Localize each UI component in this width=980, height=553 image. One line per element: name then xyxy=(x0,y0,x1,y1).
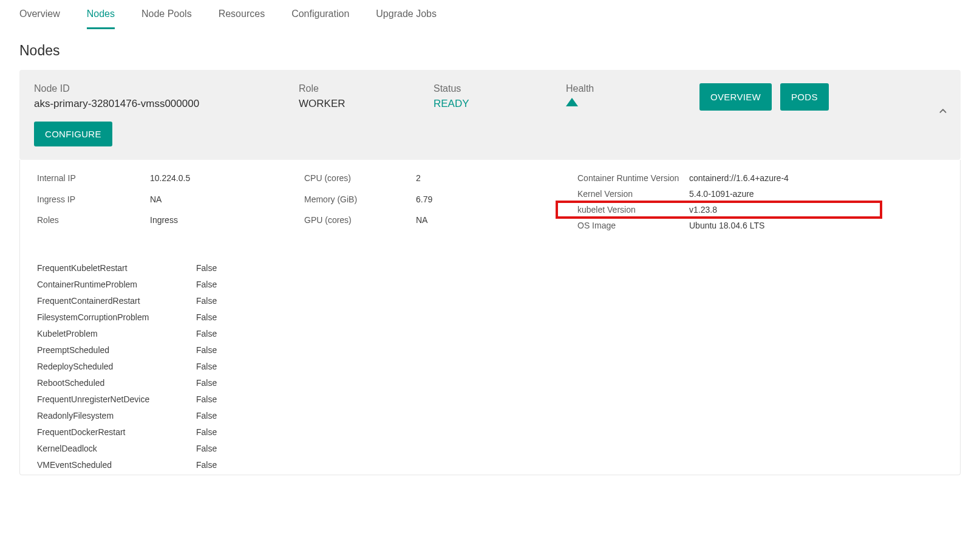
svg-marker-0 xyxy=(566,98,578,106)
node-details-panel: Internal IP10.224.0.5Ingress IPNARolesIn… xyxy=(19,160,961,475)
detail-value: 5.4.0-1091-azure xyxy=(689,189,875,199)
health-check-name: FrequentDockerRestart xyxy=(37,427,196,437)
node-id-label: Node ID xyxy=(34,83,299,94)
detail-key: Ingress IP xyxy=(37,194,150,210)
overview-button[interactable]: OVERVIEW xyxy=(699,83,772,111)
tab-node-pools[interactable]: Node Pools xyxy=(141,5,192,29)
health-check-value: False xyxy=(196,411,341,421)
health-check-value: False xyxy=(196,345,341,355)
detail-key: OS Image xyxy=(577,221,689,230)
detail-key: Roles xyxy=(37,215,150,230)
tab-upgrade-jobs[interactable]: Upgrade Jobs xyxy=(376,5,437,29)
detail-value: 2 xyxy=(416,173,577,188)
detail-value: Ingress xyxy=(150,215,304,230)
health-check-value: False xyxy=(196,280,341,289)
status-value: READY xyxy=(434,98,566,110)
tab-configuration[interactable]: Configuration xyxy=(291,5,349,29)
health-check-name: ContainerRuntimeProblem xyxy=(37,280,196,289)
collapse-toggle-icon[interactable] xyxy=(936,105,950,120)
role-label: Role xyxy=(299,83,434,94)
health-check-name: PreemptScheduled xyxy=(37,345,196,355)
page-title: Nodes xyxy=(19,43,961,59)
role-block: Role WORKER xyxy=(299,83,434,110)
health-check-name: KernelDeadlock xyxy=(37,444,196,453)
node-header-card: Node ID aks-primary-32801476-vmss000000 … xyxy=(19,70,961,160)
detail-key: Memory (GiB) xyxy=(304,194,416,210)
detail-value: containerd://1.6.4+azure-4 xyxy=(689,173,875,183)
detail-key: CPU (cores) xyxy=(304,173,416,188)
health-check-name: RedeployScheduled xyxy=(37,362,196,371)
health-check-value: False xyxy=(196,427,341,437)
health-check-value: False xyxy=(196,296,341,306)
health-check-value: False xyxy=(196,460,341,470)
health-check-value: False xyxy=(196,312,341,322)
health-label: Health xyxy=(566,83,699,94)
health-check-name: ReadonlyFilesystem xyxy=(37,411,196,421)
tabs-nav: OverviewNodesNode PoolsResourcesConfigur… xyxy=(19,5,961,29)
status-block: Status READY xyxy=(434,83,566,110)
details-left-col: Internal IP10.224.0.5Ingress IPNARolesIn… xyxy=(37,173,304,230)
detail-value: Ubuntu 18.04.6 LTS xyxy=(689,221,875,230)
detail-value: NA xyxy=(150,194,304,210)
status-label: Status xyxy=(434,83,566,94)
health-check-name: KubeletProblem xyxy=(37,329,196,338)
health-check-value: False xyxy=(196,263,341,273)
detail-key: GPU (cores) xyxy=(304,215,416,230)
health-check-name: VMEventScheduled xyxy=(37,460,196,470)
role-value: WORKER xyxy=(299,98,434,110)
detail-value: 6.79 xyxy=(416,194,577,210)
detail-key: Kernel Version xyxy=(577,189,689,199)
detail-key: Internal IP xyxy=(37,173,150,188)
node-id-value: aks-primary-32801476-vmss000000 xyxy=(34,98,299,110)
detail-key: kubelet Version xyxy=(577,205,689,215)
health-check-value: False xyxy=(196,444,341,453)
health-check-name: RebootScheduled xyxy=(37,378,196,388)
detail-value: v1.23.8 xyxy=(689,205,875,215)
health-check-name: FilesystemCorruptionProblem xyxy=(37,312,196,322)
details-right-col: Container Runtime Versioncontainerd://1.… xyxy=(577,173,875,230)
detail-value: NA xyxy=(416,215,577,230)
health-check-value: False xyxy=(196,378,341,388)
health-check-value: False xyxy=(196,394,341,404)
tab-overview[interactable]: Overview xyxy=(19,5,60,29)
health-check-name: FrequentUnregisterNetDevice xyxy=(37,394,196,404)
pods-button[interactable]: PODS xyxy=(780,83,829,111)
node-id-block: Node ID aks-primary-32801476-vmss000000 xyxy=(34,83,299,110)
health-check-name: FrequentKubeletRestart xyxy=(37,263,196,273)
health-check-name: FrequentContainerdRestart xyxy=(37,296,196,306)
health-checks-list: FrequentKubeletRestartFalseContainerRunt… xyxy=(37,263,341,470)
health-check-value: False xyxy=(196,329,341,338)
health-ok-icon xyxy=(566,98,699,108)
configure-button[interactable]: CONFIGURE xyxy=(34,122,112,146)
header-actions: OVERVIEW PODS xyxy=(699,83,946,111)
health-check-value: False xyxy=(196,362,341,371)
tab-nodes[interactable]: Nodes xyxy=(87,5,115,29)
detail-key: Container Runtime Version xyxy=(577,173,689,183)
health-block: Health xyxy=(566,83,699,108)
details-mid-col: CPU (cores)2Memory (GiB)6.79GPU (cores)N… xyxy=(304,173,577,230)
tab-resources[interactable]: Resources xyxy=(219,5,265,29)
detail-value: 10.224.0.5 xyxy=(150,173,304,188)
